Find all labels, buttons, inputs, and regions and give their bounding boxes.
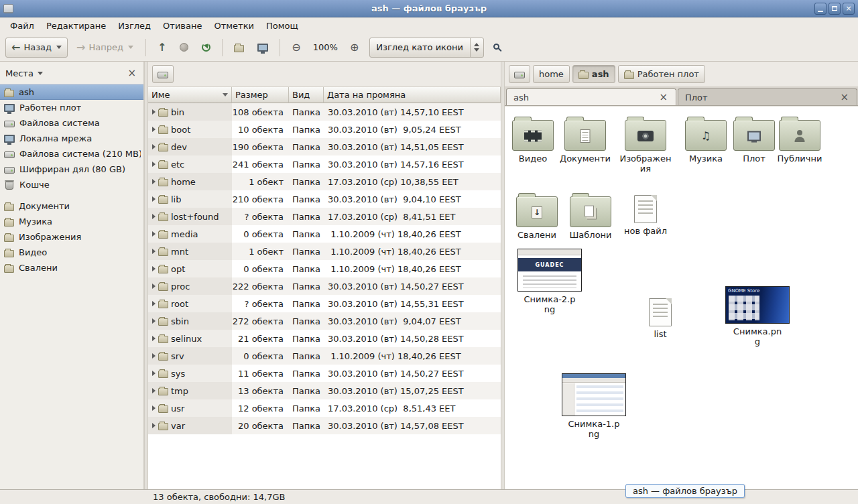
sidebar-item-3[interactable]: Локална мрежа <box>0 131 143 146</box>
table-row[interactable]: tmp13 обектаПапка30.03.2010 (вт) 15,07,2… <box>148 382 501 399</box>
path-button-ash[interactable]: ash <box>572 65 615 83</box>
file-item-1[interactable]: Документи <box>557 116 613 164</box>
expander-icon[interactable] <box>152 266 156 271</box>
sidebar-item-8[interactable]: Документи <box>0 198 143 214</box>
sidebar-item-5[interactable]: Шифриран дял (80 GB) <box>0 162 143 177</box>
sidebar-close-button[interactable]: × <box>125 67 138 79</box>
menu-view[interactable]: Изглед <box>112 19 157 33</box>
expander-icon[interactable] <box>152 301 156 306</box>
sidebar-item-0[interactable]: ash <box>0 84 143 100</box>
table-row[interactable]: usr12 обектаПапка17.03.2010 (ср) 8,51,43… <box>148 399 501 417</box>
tab-plot[interactable]: Плот × <box>678 88 857 105</box>
back-button[interactable]: ← Назад <box>5 38 68 58</box>
table-row[interactable]: lib210 обектаПапка30.03.2010 (вт) 9,04,1… <box>148 190 501 208</box>
forward-dropdown-icon[interactable] <box>128 46 133 49</box>
file-item-9[interactable]: GUADECСнимка-2.png <box>513 249 587 315</box>
places-dropdown-icon[interactable] <box>38 72 43 75</box>
file-item-5[interactable]: Публични <box>772 116 828 164</box>
table-row[interactable]: proc222 обектаПапка30.03.2010 (вт) 14,50… <box>148 277 501 295</box>
sidebar-item-11[interactable]: Видео <box>0 245 143 260</box>
expander-icon[interactable] <box>152 405 156 411</box>
places-label[interactable]: Места <box>5 68 34 78</box>
zoom-in-button[interactable]: ⊕ <box>345 38 364 58</box>
titlebar[interactable]: ash — файлов браузър × <box>0 0 858 17</box>
back-dropdown-icon[interactable] <box>56 46 62 49</box>
table-row[interactable]: boot10 обектаПапка30.03.2010 (вт) 9,05,2… <box>148 121 501 138</box>
root-location-button[interactable] <box>152 65 174 83</box>
sidebar-item-9[interactable]: Музика <box>0 214 143 229</box>
expander-icon[interactable] <box>152 371 156 376</box>
file-item-10[interactable]: list <box>632 296 688 340</box>
expander-icon[interactable] <box>152 388 156 393</box>
menu-file[interactable]: Файл <box>4 19 40 33</box>
table-row[interactable]: dev190 обектаПапка30.03.2010 (вт) 14,51,… <box>148 138 501 155</box>
tab-close-icon[interactable]: × <box>839 92 850 103</box>
computer-button[interactable] <box>252 38 273 58</box>
column-header-name[interactable]: Име <box>148 87 232 103</box>
maximize-button[interactable] <box>829 3 841 15</box>
expander-icon[interactable] <box>152 423 156 428</box>
column-header-type[interactable]: Вид <box>289 87 324 103</box>
close-button[interactable]: × <box>843 3 855 15</box>
table-row[interactable]: sys11 обектаПапка30.03.2010 (вт) 14,50,2… <box>148 365 501 382</box>
expander-icon[interactable] <box>152 144 156 149</box>
expander-icon[interactable] <box>152 179 156 184</box>
view-mode-select[interactable]: Изглед като икони <box>369 38 484 58</box>
reload-button[interactable] <box>196 38 216 58</box>
sidebar-item-4[interactable]: Файлова система (210 MB) <box>0 146 143 162</box>
expander-icon[interactable] <box>152 196 156 202</box>
expander-icon[interactable] <box>152 231 156 237</box>
menu-edit[interactable]: Редактиране <box>40 19 112 33</box>
search-button[interactable] <box>487 38 507 58</box>
minimize-button[interactable] <box>814 3 826 15</box>
file-item-6[interactable]: ↓Свалени <box>509 192 565 241</box>
zoom-out-button[interactable]: ⊖ <box>286 38 306 58</box>
menu-help[interactable]: Помощ <box>260 19 304 33</box>
table-row[interactable]: lost+found? обектаПапка17.03.2010 (ср) 8… <box>148 208 501 225</box>
stop-button[interactable] <box>174 38 194 58</box>
file-item-8[interactable]: нов файл <box>617 192 674 237</box>
table-row[interactable]: var20 обектаПапка30.03.2010 (вт) 14,57,0… <box>148 417 501 434</box>
forward-button[interactable]: → Напред <box>70 38 139 58</box>
tab-close-icon[interactable]: × <box>658 92 669 103</box>
file-item-0[interactable]: Видео <box>505 116 561 164</box>
expander-icon[interactable] <box>152 249 156 254</box>
table-row[interactable]: home1 обектПапка17.03.2010 (ср) 10,38,55… <box>148 173 501 190</box>
sidebar-item-12[interactable]: Свалени <box>0 260 143 275</box>
expander-icon[interactable] <box>152 353 156 359</box>
table-row[interactable]: bin108 обектаПапка30.03.2010 (вт) 14,57,… <box>148 103 501 121</box>
file-item-7[interactable]: Шаблони <box>562 192 619 241</box>
path-root-button[interactable] <box>509 65 530 83</box>
table-row[interactable]: selinux21 обектаПапка30.03.2010 (вт) 14,… <box>148 330 501 347</box>
table-row[interactable]: root? обектаПапка30.03.2010 (вт) 14,55,3… <box>148 295 501 312</box>
sidebar-item-1[interactable]: Работен плот <box>0 100 143 115</box>
up-button[interactable]: ↑ <box>152 38 172 58</box>
file-item-12[interactable]: Снимка-1.png <box>557 373 631 440</box>
sidebar-item-10[interactable]: Изображения <box>0 229 143 245</box>
table-row[interactable]: etc241 обектаПапка30.03.2010 (вт) 14,57,… <box>148 155 501 173</box>
table-row[interactable]: media0 обектаПапка 1.10.2009 (чт) 18,40,… <box>148 225 501 243</box>
table-row[interactable]: sbin272 обектаПапка30.03.2010 (вт) 9,04,… <box>148 312 501 330</box>
expander-icon[interactable] <box>152 318 156 324</box>
expander-icon[interactable] <box>152 127 156 132</box>
expander-icon[interactable] <box>152 284 156 289</box>
column-header-date[interactable]: Дата на промяна <box>324 87 501 103</box>
expander-icon[interactable] <box>152 214 156 219</box>
icon-canvas[interactable]: ВидеоДокументиИзображения♫МузикаПлотПубл… <box>505 106 858 489</box>
path-button-desktop[interactable]: Работен плот <box>618 65 705 83</box>
home-button[interactable] <box>229 38 249 58</box>
path-button-home[interactable]: home <box>533 65 570 83</box>
column-header-size[interactable]: Размер <box>232 87 289 103</box>
menu-bookmarks[interactable]: Отметки <box>208 19 259 33</box>
table-row[interactable]: opt0 обектаПапка 1.10.2009 (чт) 18,40,26… <box>148 260 501 277</box>
expander-icon[interactable] <box>152 336 156 341</box>
file-item-11[interactable]: GNOME StoreСнимка.png <box>721 286 794 347</box>
table-row[interactable]: mnt1 обектПапка 1.10.2009 (чт) 18,40,26 … <box>148 243 501 260</box>
expander-icon[interactable] <box>152 162 156 167</box>
table-row[interactable]: srv0 обектаПапка 1.10.2009 (чт) 18,40,26… <box>148 347 501 365</box>
expander-icon[interactable] <box>152 109 156 115</box>
tab-ash[interactable]: ash × <box>506 88 676 105</box>
menu-go[interactable]: Отиване <box>157 19 208 33</box>
sidebar-item-6[interactable]: Кошче <box>0 177 143 192</box>
file-item-2[interactable]: Изображения <box>617 116 674 174</box>
